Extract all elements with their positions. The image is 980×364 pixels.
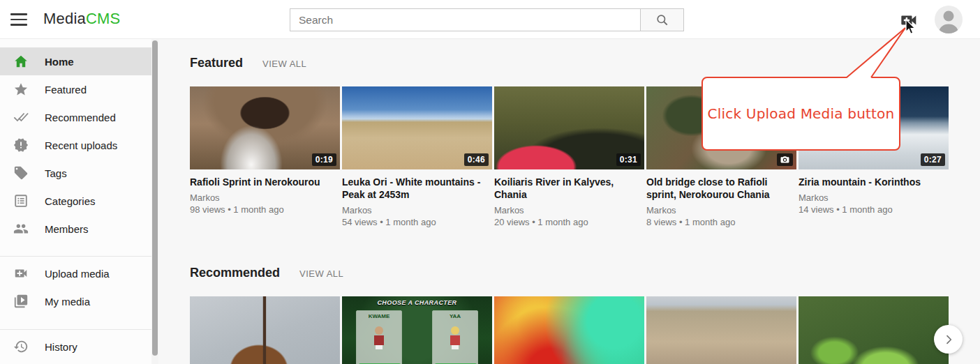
categories-icon [13,192,29,209]
app-logo[interactable]: MediaCMS [43,10,120,28]
sidebar-item-label: My media [45,296,90,308]
star-icon [13,81,29,98]
search-button[interactable] [640,8,684,31]
video-thumbnail[interactable]: 0:46 [342,86,492,169]
media-title[interactable]: Old bridge close to Rafioli sprint, Nero… [646,176,796,201]
double-check-icon [13,109,29,126]
sidebar-scrollbar-thumb[interactable] [152,40,158,356]
media-card: 0:31 Koiliaris River in Kalyves, Chania … [494,86,644,228]
media-card [494,296,644,364]
media-card: 0:46 Leuka Ori - White mountains - Peak … [342,86,492,228]
video-thumbnail[interactable]: 0:31 [494,86,644,169]
sidebar-item-label: History [45,341,77,353]
search-input[interactable] [290,8,640,31]
duration-badge: 0:19 [312,153,336,166]
media-title[interactable]: Leuka Ori - White mountains - Peak at 24… [342,176,492,201]
game-character-name: KWAME [357,313,401,319]
sidebar-item-my-media[interactable]: My media [0,287,151,315]
sidebar-item-label: Recommended [45,112,116,123]
game-character-panel: YAA Select [432,310,478,364]
game-character-figure [373,326,385,350]
media-meta: 20 views • 1 month ago [494,216,644,228]
media-card: 0:19 Rafioli Sprint in Nerokourou Markos… [190,86,340,228]
sidebar-item-recent-uploads[interactable]: Recent uploads [0,131,151,159]
tag-icon [13,165,29,181]
annotation-callout: Click Upload Media button [701,77,900,151]
history-icon [13,338,29,355]
upload-media-icon [900,12,919,29]
section-title: Featured [190,56,243,70]
sidebar-item-label: Featured [45,84,87,96]
search-bar [290,8,684,31]
members-icon [13,220,29,237]
video-thumbnail[interactable] [494,296,644,364]
sidebar-item-home[interactable]: Home [0,47,151,75]
photo-camera-icon [777,153,793,166]
carousel-next-button[interactable] [934,325,963,354]
sidebar-item-label: Tags [45,167,67,179]
duration-badge: 0:31 [616,153,641,166]
media-card [190,296,340,364]
sidebar-item-featured[interactable]: Featured [0,75,151,103]
media-meta: 98 views • 1 month ago [190,204,340,215]
video-thumbnail[interactable]: 0:19 [190,86,340,169]
video-thumbnail[interactable] [190,296,340,364]
media-title[interactable]: Rafioli Sprint in Nerokourou [190,176,340,188]
media-meta: 8 views • 1 month ago [646,216,796,228]
video-thumbnail[interactable] [799,296,949,364]
section-title: Recommended [190,266,280,280]
avatar-person-icon [935,6,963,33]
sidebar-divider [0,256,151,257]
upload-media-button[interactable] [900,12,919,29]
sidebar-item-label: Upload media [45,268,110,280]
media-author: Markos [799,192,949,204]
home-icon [13,53,29,70]
game-character-panel: KWAME Selected [356,310,402,364]
media-title[interactable]: Koiliaris River in Kalyves, Chania [494,176,644,201]
sidebar-item-upload-media[interactable]: Upload media [0,259,151,287]
sidebar-item-label: Members [45,223,89,235]
media-meta: 14 views • 1 month ago [799,204,949,215]
upload-media-icon [13,265,29,282]
annotation-text: Click Upload Media button [708,105,895,122]
media-title[interactable]: Ziria mountain - Korinthos [799,176,949,188]
view-all-link[interactable]: VIEW ALL [299,268,343,279]
new-releases-icon [13,137,29,153]
media-meta: 54 views • 1 month ago [342,216,492,228]
video-thumbnail[interactable]: CHOOSE A CHARACTER KWAME Selected YAA Se… [342,296,492,364]
sidebar: Home Featured Recommended Recent uploads… [0,39,151,364]
my-media-icon [13,293,29,310]
media-author: Markos [190,192,340,204]
sidebar-scrollbar[interactable] [151,39,158,364]
sidebar-item-members[interactable]: Members [0,215,151,243]
game-thumb-header: CHOOSE A CHARACTER [342,299,492,306]
duration-badge: 0:27 [921,153,945,166]
game-character-name: YAA [433,313,477,319]
recommended-section-header: Recommended VIEW ALL [190,266,343,280]
sidebar-item-label: Home [45,56,74,68]
user-avatar[interactable] [935,6,963,33]
top-bar: MediaCMS [0,0,980,39]
media-author: Markos [494,204,644,216]
sidebar-item-categories[interactable]: Categories [0,187,151,215]
logo-prefix: Media [43,10,86,27]
sidebar-item-tags[interactable]: Tags [0,159,151,187]
media-card [646,296,796,364]
sidebar-item-recommended[interactable]: Recommended [0,103,151,131]
menu-icon[interactable] [10,12,28,27]
media-card: CHOOSE A CHARACTER KWAME Selected YAA Se… [342,296,492,364]
media-author: Markos [342,204,492,216]
sidebar-divider [0,329,151,330]
sidebar-item-history[interactable]: History [0,333,151,361]
video-thumbnail[interactable] [646,296,796,364]
media-author: Markos [646,204,796,216]
sidebar-item-label: Recent uploads [45,139,117,151]
game-character-figure [450,326,461,350]
duration-badge: 0:46 [464,153,489,166]
media-card [799,296,949,364]
search-icon [655,13,669,27]
featured-section-header: Featured VIEW ALL [190,56,306,70]
sidebar-item-label: Categories [45,195,96,207]
recommended-row: CHOOSE A CHARACTER KWAME Selected YAA Se… [190,296,949,364]
view-all-link[interactable]: VIEW ALL [262,59,306,69]
